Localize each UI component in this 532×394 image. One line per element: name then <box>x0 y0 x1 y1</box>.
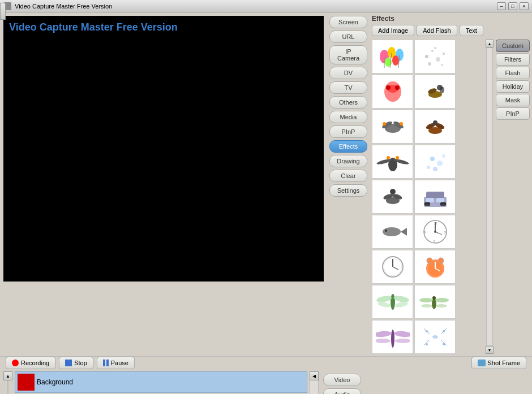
thumb-row-1 <box>372 40 483 73</box>
pinp-button[interactable]: PInP <box>329 125 367 138</box>
thumb-cell-8-2[interactable] <box>414 285 456 319</box>
pause-icon <box>103 360 109 366</box>
thumb-cell-1-2[interactable] <box>414 40 456 73</box>
thumb-cell-7-1[interactable] <box>372 250 413 284</box>
media-button[interactable]: Media <box>329 111 367 123</box>
timeline-h-scroll[interactable]: ◀ ▶ <box>310 371 319 394</box>
scroll-track[interactable] <box>486 47 493 346</box>
shot-frame-icon <box>478 360 486 366</box>
shot-frame-label: Shot Frame <box>488 360 520 366</box>
flash-category-button[interactable]: Flash <box>496 67 530 79</box>
svg-point-54 <box>383 227 401 236</box>
svg-point-76 <box>376 295 392 304</box>
effects-top-buttons: Add Image Add Flash Text <box>372 25 530 36</box>
filters-category-button[interactable]: Filters <box>496 53 530 66</box>
app-container: Video Capture Master Free Version Screen… <box>0 12 532 394</box>
window-title: Video Capture Master Free Version <box>15 3 497 10</box>
recording-label: Recording <box>21 360 49 366</box>
url-button[interactable]: URL <box>329 31 367 43</box>
timeline-scroll-track[interactable] <box>7 380 8 394</box>
thumb-cell-2-2[interactable] <box>414 75 456 109</box>
thumb-cell-4-1[interactable] <box>372 145 413 179</box>
close-button[interactable]: × <box>520 2 529 10</box>
add-flash-button[interactable]: Add Flash <box>417 25 457 36</box>
audio-timeline-button[interactable]: Audio <box>323 388 361 394</box>
maximize-button[interactable]: □ <box>508 2 517 10</box>
thumb-row-4 <box>372 145 483 179</box>
thumb-cell-9-1[interactable] <box>372 320 413 354</box>
timeline-v-scroll[interactable]: ▲ ▼ <box>3 371 12 394</box>
svg-line-60 <box>435 232 442 235</box>
effects-panel: Effects Add Image Add Flash Text <box>370 12 532 356</box>
thumb-cell-7-2[interactable] <box>414 250 456 284</box>
svg-point-36 <box>396 156 399 159</box>
holiday-category-button[interactable]: Holiday <box>496 80 530 93</box>
timeline-scroll-up[interactable]: ▲ <box>3 371 12 380</box>
scroll-up-arrow[interactable]: ▲ <box>486 40 494 47</box>
svg-text:9: 9 <box>424 231 426 234</box>
dv-button[interactable]: DV <box>329 67 367 79</box>
thumb-row-5 <box>372 180 483 214</box>
svg-point-86 <box>391 330 394 348</box>
thumb-cell-3-1[interactable] <box>372 110 413 144</box>
thumb-cell-1-1[interactable] <box>372 40 413 73</box>
others-button[interactable]: Others <box>329 96 367 109</box>
svg-point-41 <box>433 167 437 171</box>
minimize-button[interactable]: – <box>497 2 506 10</box>
svg-point-39 <box>427 166 430 169</box>
svg-point-38 <box>437 161 443 166</box>
video-preview: Video Capture Master Free Version <box>3 16 324 282</box>
svg-point-97 <box>443 330 445 332</box>
thumb-cell-8-1[interactable] <box>372 285 413 319</box>
svg-point-56 <box>385 230 387 232</box>
video-timeline-button[interactable]: Video <box>323 374 361 386</box>
thumb-cell-6-2[interactable]: 12369 <box>414 215 456 249</box>
svg-point-88 <box>393 331 409 338</box>
thumb-cell-2-1[interactable] <box>372 75 413 109</box>
svg-point-77 <box>393 295 409 304</box>
pause-button[interactable]: Pause <box>97 357 135 369</box>
timeline-scroll-right-top[interactable]: ◀ <box>310 371 319 380</box>
thumb-row-8 <box>372 285 483 319</box>
timeline-h-scroll-track[interactable] <box>310 380 319 394</box>
tv-button[interactable]: TV <box>329 81 367 94</box>
thumb-cell-9-2[interactable] <box>414 320 456 354</box>
thumb-cell-5-2[interactable] <box>414 180 456 214</box>
svg-point-9 <box>431 50 434 52</box>
svg-point-11 <box>443 53 445 55</box>
thumb-row-3 <box>372 110 483 144</box>
shot-frame-button[interactable]: Shot Frame <box>471 357 526 369</box>
timeline-track-background[interactable]: Background <box>15 371 307 393</box>
svg-rect-50 <box>425 204 430 206</box>
add-image-button[interactable]: Add Image <box>372 25 414 36</box>
svg-line-68 <box>393 267 398 270</box>
drawing-button[interactable]: Drawing <box>329 155 367 167</box>
text-button[interactable]: Text <box>460 25 483 36</box>
stop-button[interactable]: Stop <box>59 357 93 369</box>
thumb-cell-3-2[interactable] <box>414 110 456 144</box>
pinp-category-button[interactable]: PInP <box>496 107 530 120</box>
thumb-cell-5-1[interactable] <box>372 180 413 214</box>
ip-camera-button[interactable]: IP Camera <box>329 45 367 64</box>
effects-button[interactable]: Effects <box>329 140 367 153</box>
svg-point-45 <box>390 189 396 194</box>
thumb-cell-6-1[interactable] <box>372 215 413 249</box>
svg-point-75 <box>391 294 395 310</box>
scroll-thumb[interactable] <box>0 3 6 20</box>
svg-point-14 <box>434 47 436 49</box>
recording-button[interactable]: Recording <box>6 357 55 369</box>
stop-icon <box>65 360 72 366</box>
scroll-down-arrow[interactable]: ▼ <box>486 346 494 354</box>
svg-point-13 <box>441 64 443 66</box>
screen-button[interactable]: Screen <box>329 16 367 28</box>
clear-button[interactable]: Clear <box>329 170 367 182</box>
thumb-cell-4-2[interactable] <box>414 145 456 179</box>
mask-category-button[interactable]: Mask <box>496 94 530 106</box>
svg-text:3: 3 <box>444 231 446 234</box>
effects-scrollbar[interactable]: ▲ ▼ <box>486 40 494 354</box>
settings-button[interactable]: Settings <box>329 184 367 197</box>
svg-point-89 <box>376 339 391 343</box>
svg-rect-53 <box>436 198 444 202</box>
record-icon <box>12 360 19 366</box>
custom-category-button[interactable]: Custom <box>496 40 530 52</box>
